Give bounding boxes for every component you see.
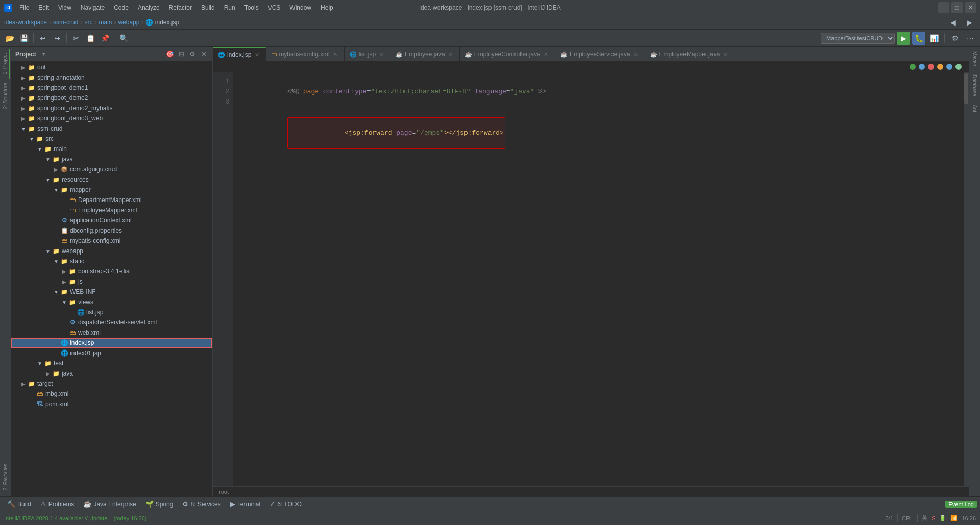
menu-window[interactable]: Window (285, 3, 315, 12)
breadcrumb-idea-workspace[interactable]: idea-workspace (4, 19, 47, 26)
menu-navigate[interactable]: Navigate (77, 3, 109, 12)
tree-item-springboot-demo2[interactable]: ▶ 📁 springboot_demo2 (11, 93, 212, 103)
breadcrumb-main[interactable]: main (99, 19, 112, 26)
tab-list-jsp[interactable]: 🌐 list.jsp ✕ (345, 47, 390, 61)
run-button[interactable]: ▶ (897, 32, 910, 45)
tree-item-mybatis-config-xml[interactable]: ▶ 🗃 mybatis-config.xml (11, 236, 212, 246)
menu-refactor[interactable]: Refactor (165, 3, 196, 12)
color-dot-blue[interactable] (919, 64, 925, 70)
project-settings-button[interactable]: ⚙ (188, 49, 197, 59)
menu-file[interactable]: File (15, 3, 33, 12)
toolbar-open-button[interactable]: 📂 (3, 32, 16, 45)
toolbar-undo-button[interactable]: ↩ (36, 32, 50, 45)
toolbar-redo-button[interactable]: ↪ (51, 32, 64, 45)
tree-item-ssm-crud[interactable]: ▼ 📁 ssm-crud (11, 123, 212, 134)
tree-item-dbconfig-props[interactable]: ▶ 📋 dbconfig.properties (11, 226, 212, 236)
tree-item-views[interactable]: ▼ 📁 views (11, 297, 212, 307)
tab-close-mybatis-config[interactable]: ✕ (332, 51, 339, 58)
coverage-button[interactable]: 📊 (927, 32, 941, 45)
left-panel-project-toggle[interactable]: 1: Project (1, 49, 10, 79)
tab-close-service[interactable]: ✕ (632, 51, 640, 58)
debug-button[interactable]: 🐛 (912, 32, 925, 45)
tool-build[interactable]: 🔨 Build (3, 499, 35, 509)
tree-item-department-mapper-xml[interactable]: ▶ 🗃 DepartmentMapper.xml (11, 195, 212, 205)
breadcrumb-webapp[interactable]: webapp (118, 19, 139, 26)
menu-tools[interactable]: Tools (240, 3, 263, 12)
menu-edit[interactable]: Edit (34, 3, 53, 12)
tool-terminal[interactable]: ▶ Terminal (226, 499, 264, 509)
run-config-select[interactable]: MapperTest.testCRUD (821, 33, 895, 44)
breadcrumb-ssm-crud[interactable]: ssm-crud (53, 19, 78, 26)
tab-close-index-jsp[interactable]: ✕ (253, 51, 260, 58)
toolbar-cut-button[interactable]: ✂ (69, 32, 83, 45)
editor-content[interactable]: 1 2 3 <%@ page contentType="text/html;ch… (213, 72, 969, 486)
right-panel-maven-toggle[interactable]: Maven (971, 47, 978, 70)
tree-item-list-jsp[interactable]: ▶ 🌐 list.jsp (11, 307, 212, 317)
color-dot-red[interactable] (928, 64, 934, 70)
tool-services[interactable]: ⚙ 8: Services (178, 499, 225, 509)
tab-employee-service[interactable]: ☕ EmployeeService.java ✕ (555, 47, 645, 61)
color-dot-teal[interactable] (955, 64, 962, 70)
toolbar-more-button[interactable]: ⋯ (964, 32, 977, 45)
nav-forward-button[interactable]: ▶ (963, 16, 976, 29)
tab-employee-mapper[interactable]: ☕ EmployeeMapper.java ✕ (645, 47, 735, 61)
menu-vcs[interactable]: VCS (264, 3, 285, 12)
color-dot-blue2[interactable] (946, 64, 952, 70)
toolbar-paste-button[interactable]: 📌 (98, 32, 111, 45)
tree-item-app-context-xml[interactable]: ▶ ⚙ applicationContext.xml (11, 215, 212, 226)
tab-close-list-jsp[interactable]: ✕ (378, 51, 385, 58)
menu-help[interactable]: Help (316, 3, 337, 12)
tree-item-static[interactable]: ▼ 📁 static (11, 256, 212, 266)
close-button[interactable]: ✕ (965, 2, 976, 13)
tree-item-test-java[interactable]: ▶ 📁 java (11, 368, 212, 379)
tree-item-webapp[interactable]: ▼ 📁 webapp (11, 246, 212, 256)
color-dot-green[interactable] (910, 64, 916, 70)
editor-scrollbar[interactable] (964, 72, 969, 486)
tab-mybatis-config-xml[interactable]: 🗃 mybatis-config.xml ✕ (266, 47, 344, 61)
tree-item-web-xml[interactable]: ▶ 🗃 web.xml (11, 328, 212, 338)
tree-item-resources[interactable]: ▼ 📁 resources (11, 174, 212, 185)
nav-back-button[interactable]: ◀ (946, 16, 960, 29)
tree-item-java[interactable]: ▼ 📁 java (11, 154, 212, 164)
tree-item-index-jsp[interactable]: ▶ 🌐 index.jsp (11, 338, 212, 348)
tree-item-main[interactable]: ▼ 📁 main (11, 144, 212, 154)
toolbar-settings-button[interactable]: ⚙ (948, 32, 962, 45)
tree-item-spring-annotation[interactable]: ▶ 📁 spring-annotation (11, 72, 212, 83)
project-panel-dropdown[interactable]: ▼ (41, 51, 46, 57)
color-dot-orange[interactable] (937, 64, 943, 70)
tab-employee-java[interactable]: ☕ Employee.java ✕ (390, 47, 460, 61)
tree-item-mbg-xml[interactable]: ▶ 🗃 mbg.xml (11, 389, 212, 399)
toolbar-copy-button[interactable]: 📋 (84, 32, 97, 45)
tool-spring[interactable]: 🌱 Spring (141, 499, 178, 509)
tree-item-mapper[interactable]: ▼ 📁 mapper (11, 185, 212, 195)
tool-problems[interactable]: ⚠ Problems (36, 499, 79, 509)
tree-item-dispatcher-servlet-xml[interactable]: ▶ ⚙ dispatcherServlet-servlet.xml (11, 317, 212, 328)
menu-code[interactable]: Code (110, 3, 133, 12)
tree-item-springboot-demo2-mybatis[interactable]: ▶ 📁 springboot_demo2_mybatis (11, 103, 212, 113)
tree-item-out[interactable]: ▶ 📁 out (11, 62, 212, 72)
tree-item-package[interactable]: ▶ 📦 com.atguigu.crud (11, 164, 212, 174)
menu-analyze[interactable]: Analyze (134, 3, 164, 12)
tab-close-controller[interactable]: ✕ (543, 51, 550, 58)
right-panel-database-toggle[interactable]: Database (971, 70, 978, 101)
tree-item-target[interactable]: ▶ 📁 target (11, 379, 212, 389)
project-collapse-button[interactable]: ⊟ (177, 49, 186, 59)
menu-run[interactable]: Run (220, 3, 239, 12)
left-panel-structure-toggle[interactable]: 2: Structure (2, 79, 9, 113)
breadcrumb-src[interactable]: src (84, 19, 92, 26)
maximize-button[interactable]: □ (951, 2, 963, 13)
tab-close-mapper[interactable]: ✕ (722, 51, 729, 58)
tree-item-js[interactable]: ▶ 📁 js (11, 277, 212, 287)
project-close-button[interactable]: ✕ (199, 49, 208, 59)
tool-todo[interactable]: ✓ 6: TODO (265, 499, 306, 509)
menu-build[interactable]: Build (197, 3, 219, 12)
project-locate-button[interactable]: 🎯 (165, 49, 175, 59)
menu-view[interactable]: View (54, 3, 76, 12)
right-panel-ant-toggle[interactable]: Ant (971, 101, 978, 116)
event-log-badge[interactable]: Event Log (945, 501, 977, 508)
tree-item-src[interactable]: ▼ 📁 src (11, 134, 212, 144)
tree-item-web-inf[interactable]: ▼ 📁 WEB-INF (11, 287, 212, 297)
tab-close-employee[interactable]: ✕ (447, 51, 454, 58)
toolbar-find-button[interactable]: 🔍 (117, 32, 130, 45)
tree-item-springboot-demo1[interactable]: ▶ 📁 springboot_demo1 (11, 83, 212, 93)
